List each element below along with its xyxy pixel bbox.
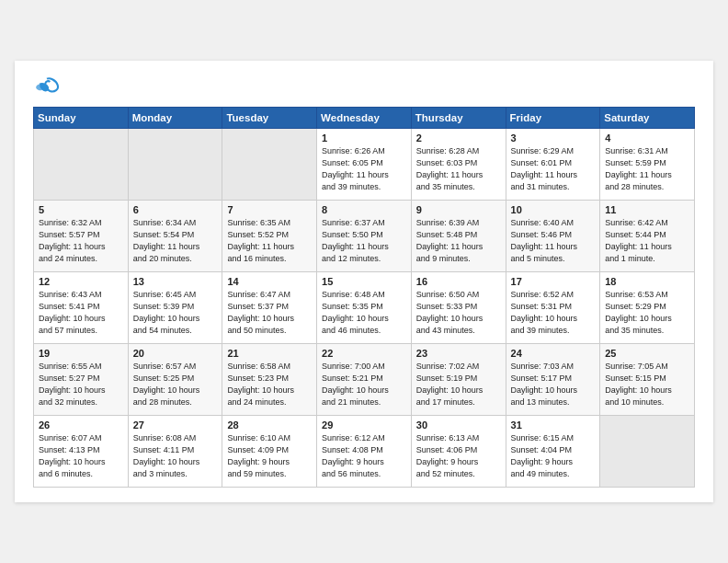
day-info: Sunrise: 6:13 AM Sunset: 4:06 PM Dayligh… xyxy=(416,432,501,480)
day-info: Sunrise: 6:42 AM Sunset: 5:44 PM Dayligh… xyxy=(605,217,689,265)
calendar-cell: 18Sunrise: 6:53 AM Sunset: 5:29 PM Dayli… xyxy=(600,272,695,344)
calendar-cell xyxy=(222,129,317,201)
day-number: 14 xyxy=(227,276,312,287)
calendar-cell xyxy=(128,129,222,201)
day-number: 20 xyxy=(133,348,218,359)
calendar-cell: 23Sunrise: 7:02 AM Sunset: 5:19 PM Dayli… xyxy=(411,344,506,416)
day-info: Sunrise: 6:45 AM Sunset: 5:39 PM Dayligh… xyxy=(133,289,218,337)
day-number: 28 xyxy=(227,419,312,431)
day-info: Sunrise: 6:52 AM Sunset: 5:31 PM Dayligh… xyxy=(511,289,596,337)
calendar-cell: 31Sunrise: 6:15 AM Sunset: 4:04 PM Dayli… xyxy=(506,416,600,488)
calendar-cell: 25Sunrise: 7:05 AM Sunset: 5:15 PM Dayli… xyxy=(600,344,695,416)
weekday-header-monday: Monday xyxy=(128,108,222,129)
day-info: Sunrise: 6:58 AM Sunset: 5:23 PM Dayligh… xyxy=(227,361,312,408)
calendar-cell: 22Sunrise: 7:00 AM Sunset: 5:21 PM Dayli… xyxy=(317,344,412,416)
weekday-header-wednesday: Wednesday xyxy=(317,108,412,129)
calendar-cell xyxy=(34,129,129,201)
weekday-header-thursday: Thursday xyxy=(411,108,506,129)
day-info: Sunrise: 6:07 AM Sunset: 4:13 PM Dayligh… xyxy=(39,432,123,480)
weekday-header-row: SundayMondayTuesdayWednesdayThursdayFrid… xyxy=(34,108,695,129)
calendar-cell: 15Sunrise: 6:48 AM Sunset: 5:35 PM Dayli… xyxy=(317,272,412,344)
calendar-cell: 9Sunrise: 6:39 AM Sunset: 5:48 PM Daylig… xyxy=(411,201,506,272)
calendar-cell: 3Sunrise: 6:29 AM Sunset: 6:01 PM Daylig… xyxy=(506,129,600,201)
day-info: Sunrise: 6:55 AM Sunset: 5:27 PM Dayligh… xyxy=(39,361,123,408)
day-info: Sunrise: 6:32 AM Sunset: 5:57 PM Dayligh… xyxy=(39,217,123,265)
calendar-cell: 29Sunrise: 6:12 AM Sunset: 4:08 PM Dayli… xyxy=(317,416,412,488)
day-number: 30 xyxy=(416,419,501,431)
calendar-cell: 19Sunrise: 6:55 AM Sunset: 5:27 PM Dayli… xyxy=(34,344,129,416)
day-info: Sunrise: 6:35 AM Sunset: 5:52 PM Dayligh… xyxy=(227,217,312,265)
day-number: 27 xyxy=(133,419,218,431)
calendar-cell: 28Sunrise: 6:10 AM Sunset: 4:09 PM Dayli… xyxy=(222,416,317,488)
day-info: Sunrise: 6:10 AM Sunset: 4:09 PM Dayligh… xyxy=(227,432,312,480)
day-info: Sunrise: 6:26 AM Sunset: 6:05 PM Dayligh… xyxy=(322,145,406,193)
day-number: 16 xyxy=(416,276,501,287)
day-info: Sunrise: 6:48 AM Sunset: 5:35 PM Dayligh… xyxy=(322,289,406,337)
day-info: Sunrise: 6:29 AM Sunset: 6:01 PM Dayligh… xyxy=(511,145,596,193)
day-number: 31 xyxy=(511,419,596,431)
day-info: Sunrise: 6:28 AM Sunset: 6:03 PM Dayligh… xyxy=(416,145,501,193)
logo-icon xyxy=(33,75,61,98)
calendar-cell: 10Sunrise: 6:40 AM Sunset: 5:46 PM Dayli… xyxy=(506,201,600,272)
day-info: Sunrise: 6:12 AM Sunset: 4:08 PM Dayligh… xyxy=(322,432,406,480)
day-number: 1 xyxy=(322,132,406,144)
calendar-cell: 27Sunrise: 6:08 AM Sunset: 4:11 PM Dayli… xyxy=(128,416,222,488)
day-number: 19 xyxy=(39,348,123,359)
header xyxy=(33,75,695,98)
calendar-week-4: 19Sunrise: 6:55 AM Sunset: 5:27 PM Dayli… xyxy=(34,344,695,416)
day-info: Sunrise: 7:02 AM Sunset: 5:19 PM Dayligh… xyxy=(416,361,501,408)
calendar-cell: 17Sunrise: 6:52 AM Sunset: 5:31 PM Dayli… xyxy=(506,272,600,344)
day-info: Sunrise: 6:15 AM Sunset: 4:04 PM Dayligh… xyxy=(511,432,596,480)
day-number: 11 xyxy=(605,204,689,215)
day-number: 24 xyxy=(511,348,596,359)
calendar-cell: 1Sunrise: 6:26 AM Sunset: 6:05 PM Daylig… xyxy=(317,129,412,201)
calendar-cell xyxy=(600,416,695,488)
day-number: 25 xyxy=(605,348,689,359)
day-number: 13 xyxy=(133,276,218,287)
day-number: 29 xyxy=(322,419,406,431)
day-number: 17 xyxy=(511,276,596,287)
weekday-header-sunday: Sunday xyxy=(34,108,129,129)
calendar-cell: 13Sunrise: 6:45 AM Sunset: 5:39 PM Dayli… xyxy=(128,272,222,344)
day-info: Sunrise: 7:03 AM Sunset: 5:17 PM Dayligh… xyxy=(511,361,596,408)
day-number: 12 xyxy=(39,276,123,287)
day-info: Sunrise: 6:47 AM Sunset: 5:37 PM Dayligh… xyxy=(227,289,312,337)
day-number: 22 xyxy=(322,348,406,359)
day-info: Sunrise: 6:31 AM Sunset: 5:59 PM Dayligh… xyxy=(605,145,689,193)
day-info: Sunrise: 6:08 AM Sunset: 4:11 PM Dayligh… xyxy=(133,432,218,480)
day-number: 18 xyxy=(605,276,689,287)
day-info: Sunrise: 6:34 AM Sunset: 5:54 PM Dayligh… xyxy=(133,217,218,265)
day-info: Sunrise: 7:05 AM Sunset: 5:15 PM Dayligh… xyxy=(605,361,689,408)
calendar-cell: 20Sunrise: 6:57 AM Sunset: 5:25 PM Dayli… xyxy=(128,344,222,416)
day-number: 21 xyxy=(227,348,312,359)
calendar-cell: 14Sunrise: 6:47 AM Sunset: 5:37 PM Dayli… xyxy=(222,272,317,344)
day-number: 5 xyxy=(39,204,123,215)
day-number: 10 xyxy=(511,204,596,215)
day-info: Sunrise: 6:57 AM Sunset: 5:25 PM Dayligh… xyxy=(133,361,218,408)
logo xyxy=(33,75,64,98)
day-info: Sunrise: 6:39 AM Sunset: 5:48 PM Dayligh… xyxy=(416,217,501,265)
day-info: Sunrise: 6:40 AM Sunset: 5:46 PM Dayligh… xyxy=(511,217,596,265)
weekday-header-friday: Friday xyxy=(506,108,600,129)
day-number: 7 xyxy=(227,204,312,215)
calendar-cell: 26Sunrise: 6:07 AM Sunset: 4:13 PM Dayli… xyxy=(34,416,129,488)
day-info: Sunrise: 6:37 AM Sunset: 5:50 PM Dayligh… xyxy=(322,217,406,265)
calendar-container: SundayMondayTuesdayWednesdayThursdayFrid… xyxy=(15,61,713,502)
calendar-cell: 16Sunrise: 6:50 AM Sunset: 5:33 PM Dayli… xyxy=(411,272,506,344)
calendar-cell: 30Sunrise: 6:13 AM Sunset: 4:06 PM Dayli… xyxy=(411,416,506,488)
calendar-cell: 5Sunrise: 6:32 AM Sunset: 5:57 PM Daylig… xyxy=(34,201,129,272)
day-number: 9 xyxy=(416,204,501,215)
calendar-cell: 24Sunrise: 7:03 AM Sunset: 5:17 PM Dayli… xyxy=(506,344,600,416)
day-info: Sunrise: 6:53 AM Sunset: 5:29 PM Dayligh… xyxy=(605,289,689,337)
calendar-cell: 7Sunrise: 6:35 AM Sunset: 5:52 PM Daylig… xyxy=(222,201,317,272)
day-number: 2 xyxy=(416,132,501,144)
day-number: 26 xyxy=(39,419,123,431)
day-info: Sunrise: 7:00 AM Sunset: 5:21 PM Dayligh… xyxy=(322,361,406,408)
calendar-cell: 21Sunrise: 6:58 AM Sunset: 5:23 PM Dayli… xyxy=(222,344,317,416)
calendar-cell: 2Sunrise: 6:28 AM Sunset: 6:03 PM Daylig… xyxy=(411,129,506,201)
calendar-week-1: 1Sunrise: 6:26 AM Sunset: 6:05 PM Daylig… xyxy=(34,129,695,201)
day-number: 23 xyxy=(416,348,501,359)
calendar-week-3: 12Sunrise: 6:43 AM Sunset: 5:41 PM Dayli… xyxy=(34,272,695,344)
weekday-header-tuesday: Tuesday xyxy=(222,108,317,129)
day-number: 4 xyxy=(605,132,689,144)
